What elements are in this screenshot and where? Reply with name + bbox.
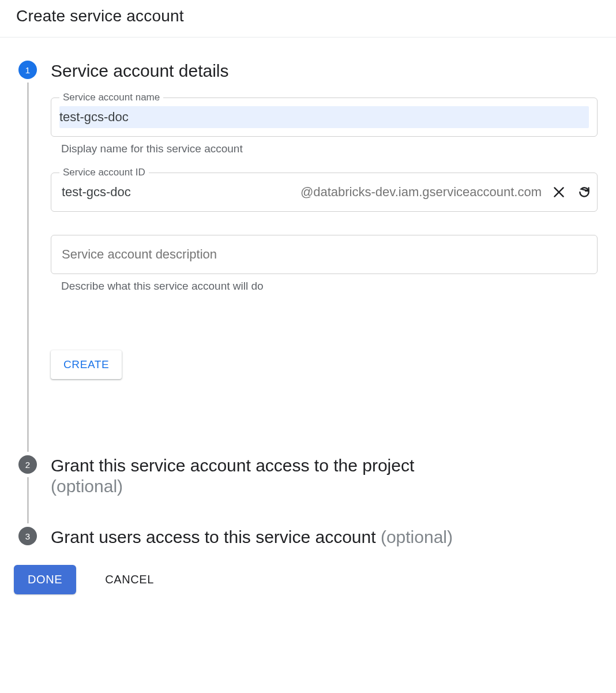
service-account-name-helper: Display name for this service account bbox=[51, 143, 598, 155]
close-icon bbox=[551, 185, 566, 200]
service-account-description-outline bbox=[51, 235, 598, 274]
step-3[interactable]: 3 Grant users access to this service acc… bbox=[14, 527, 602, 548]
service-account-name-field: Service account name test-gcs-doc Displa… bbox=[51, 98, 598, 155]
step-2-title-text: Grant this service account access to the… bbox=[51, 456, 414, 475]
service-account-name-outline: Service account name test-gcs-doc bbox=[51, 98, 598, 137]
step-1-title: Service account details bbox=[51, 61, 598, 81]
create-service-account-page: Create service account 1 Service account… bbox=[0, 0, 616, 617]
done-button[interactable]: DONE bbox=[14, 565, 76, 594]
service-account-id-field: Service account ID @databricks-dev.iam.g… bbox=[51, 173, 598, 212]
step-2-rail: 2 bbox=[14, 455, 42, 527]
step-2-badge: 2 bbox=[18, 455, 37, 474]
regenerate-id-button[interactable] bbox=[572, 179, 597, 205]
service-account-name-input[interactable]: test-gcs-doc bbox=[59, 106, 589, 128]
step-3-badge: 3 bbox=[18, 527, 37, 545]
step-2[interactable]: 2 Grant this service account access to t… bbox=[14, 455, 602, 527]
step-1-badge: 1 bbox=[18, 61, 37, 79]
page-content: 1 Service account details Service accoun… bbox=[0, 38, 616, 617]
clear-id-button[interactable] bbox=[546, 179, 572, 205]
service-account-description-helper: Describe what this service account will … bbox=[51, 280, 598, 293]
service-account-id-outline: Service account ID @databricks-dev.iam.g… bbox=[51, 173, 598, 212]
refresh-icon bbox=[577, 185, 592, 200]
create-button[interactable]: CREATE bbox=[51, 350, 122, 379]
step-1-connector bbox=[28, 83, 28, 452]
service-account-description-field: Describe what this service account will … bbox=[51, 235, 598, 293]
step-3-title-text: Grant users access to this service accou… bbox=[51, 527, 376, 546]
service-account-id-suffix: @databricks-dev.iam.gserviceaccount.com bbox=[301, 185, 546, 200]
service-account-id-input[interactable] bbox=[51, 179, 301, 205]
step-3-body: Grant users access to this service accou… bbox=[42, 527, 602, 548]
step-2-body: Grant this service account access to the… bbox=[42, 455, 602, 497]
cancel-button[interactable]: CANCEL bbox=[100, 565, 159, 594]
service-account-name-label: Service account name bbox=[59, 92, 163, 103]
service-account-id-label: Service account ID bbox=[59, 167, 149, 178]
page-header: Create service account bbox=[0, 0, 616, 38]
footer-actions: DONE CANCEL bbox=[14, 548, 602, 594]
step-1-rail: 1 bbox=[14, 61, 42, 455]
step-2-optional: (optional) bbox=[51, 477, 123, 496]
step-3-rail: 3 bbox=[14, 527, 42, 545]
step-1-body: Service account details Service account … bbox=[42, 61, 602, 396]
service-account-description-input[interactable] bbox=[51, 242, 597, 267]
step-3-title: Grant users access to this service accou… bbox=[51, 527, 598, 548]
step-2-title: Grant this service account access to the… bbox=[51, 455, 598, 497]
stepper: 1 Service account details Service accoun… bbox=[14, 61, 602, 548]
step-3-optional: (optional) bbox=[381, 527, 453, 546]
step-2-connector bbox=[28, 477, 28, 523]
step-1: 1 Service account details Service accoun… bbox=[14, 61, 602, 455]
page-title: Create service account bbox=[16, 7, 600, 25]
